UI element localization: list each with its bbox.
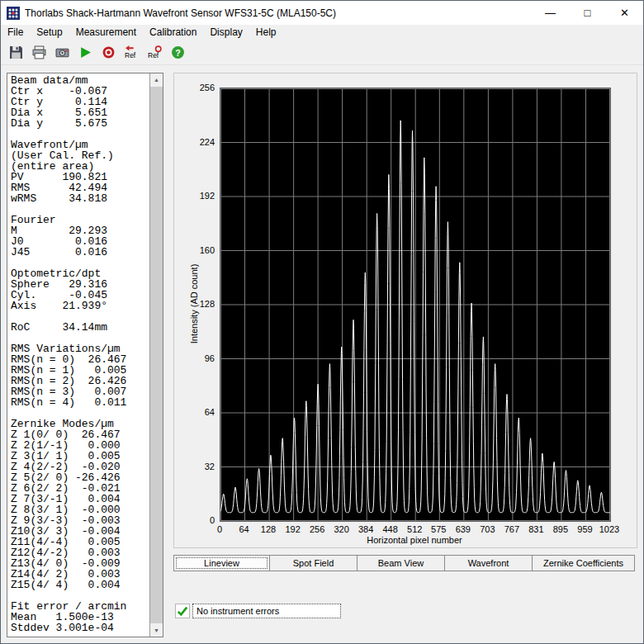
x-tick-label: 320 [329, 524, 355, 534]
x-tick-label: 895 [547, 524, 574, 534]
menu-measurement[interactable]: Measurement [69, 25, 143, 40]
y-tick-label: 160 [174, 245, 215, 255]
x-tick-label: 0 [206, 524, 233, 534]
maximize-button[interactable]: □ [569, 1, 606, 25]
save-icon [9, 45, 23, 59]
minimize-button[interactable]: — [532, 1, 569, 25]
x-tick-label: 959 [571, 524, 598, 534]
y-tick-label: 224 [174, 137, 215, 147]
x-tick-label: 512 [401, 524, 428, 534]
y-tick-label: 32 [174, 462, 215, 471]
x-tick-label: 448 [377, 524, 404, 534]
y-tick-label: 256 [174, 83, 215, 92]
left-panel-scrollbar[interactable]: ▲ ▼ [149, 73, 163, 637]
lineview-plot [220, 88, 611, 522]
y-tick-label: 192 [174, 191, 215, 201]
x-tick-label: 575 [425, 524, 452, 534]
print-icon [32, 45, 46, 59]
check-icon [177, 605, 188, 617]
app-icon [7, 7, 20, 20]
tab-wavefront[interactable]: Wavefront [444, 555, 533, 571]
application-window: Thorlabs Shack-Hartmann Wavefront Sensor… [0, 0, 644, 644]
menu-bar: File Setup Measurement Calibration Displ… [1, 25, 643, 40]
help-icon: ? [171, 45, 185, 59]
print-button[interactable] [29, 42, 50, 63]
x-tick-label: 64 [231, 524, 258, 534]
x-tick-label: 639 [450, 524, 476, 534]
measurement-data-text: Beam data/mm Ctr x -0.067 Ctr y 0.114 Di… [11, 75, 148, 635]
menu-calibration[interactable]: Calibration [143, 25, 203, 40]
y-tick-label: 128 [174, 299, 215, 309]
lineview-chart-panel: Intensity (AD count) Horizontal pixel nu… [173, 73, 637, 548]
stop-button[interactable] [98, 42, 119, 63]
menu-display[interactable]: Display [203, 25, 249, 40]
x-tick-label: 1023 [596, 524, 623, 534]
x-tick-label: 767 [499, 524, 525, 534]
menu-setup[interactable]: Setup [30, 25, 69, 40]
x-tick-label: 192 [280, 524, 306, 534]
status-ok-icon [175, 604, 190, 618]
ref-label: Ref [125, 51, 136, 59]
user-reference-button[interactable]: Ref [121, 42, 142, 63]
play-icon [78, 45, 92, 59]
x-tick-label: 128 [255, 524, 282, 534]
x-tick-label: 703 [474, 524, 500, 534]
measurement-data-panel: Beam data/mm Ctr x -0.067 Ctr y 0.114 Di… [7, 73, 163, 637]
menu-file[interactable]: File [1, 25, 30, 40]
y-tick-label: 64 [174, 407, 215, 417]
instrument-button[interactable] [52, 42, 73, 63]
tab-zernike-coefficients[interactable]: Zernike Coefficients [532, 555, 635, 571]
tab-lineview[interactable]: Lineview [173, 555, 270, 571]
tab-beam-view[interactable]: Beam View [357, 555, 445, 571]
tab-spot-field[interactable]: Spot Field [269, 555, 358, 571]
user-reference-icon: Ref [124, 45, 140, 59]
window-title: Thorlabs Shack-Hartmann Wavefront Sensor… [25, 7, 532, 19]
x-axis-label: Horizontal pixel number [220, 535, 609, 545]
start-button[interactable] [75, 42, 96, 63]
x-tick-label: 384 [353, 524, 379, 534]
scrollbar-thumb[interactable] [150, 87, 163, 623]
calibrated-reference-icon: Ref [147, 45, 163, 59]
close-button[interactable]: ✕ [606, 1, 643, 25]
x-tick-label: 256 [304, 524, 330, 534]
title-bar: Thorlabs Shack-Hartmann Wavefront Sensor… [1, 1, 643, 25]
instrument-status-message: No instrument errors [192, 604, 341, 618]
menu-help[interactable]: Help [249, 25, 283, 40]
x-tick-label: 831 [523, 524, 549, 534]
view-tabs: Lineview Spot Field Beam View Wavefront … [173, 555, 637, 571]
stop-icon [102, 45, 116, 59]
toolbar: Ref Ref ? [1, 40, 643, 65]
help-button[interactable]: ? [168, 42, 188, 63]
calibrated-reference-button[interactable]: Ref [144, 42, 165, 63]
scroll-down-arrow-icon[interactable]: ▼ [150, 624, 163, 637]
ref-label: Ref [148, 51, 159, 59]
camera-icon [55, 45, 69, 59]
y-tick-label: 96 [174, 353, 215, 363]
svg-text:?: ? [175, 48, 180, 58]
scroll-up-arrow-icon[interactable]: ▲ [150, 73, 163, 86]
save-button[interactable] [6, 42, 26, 63]
